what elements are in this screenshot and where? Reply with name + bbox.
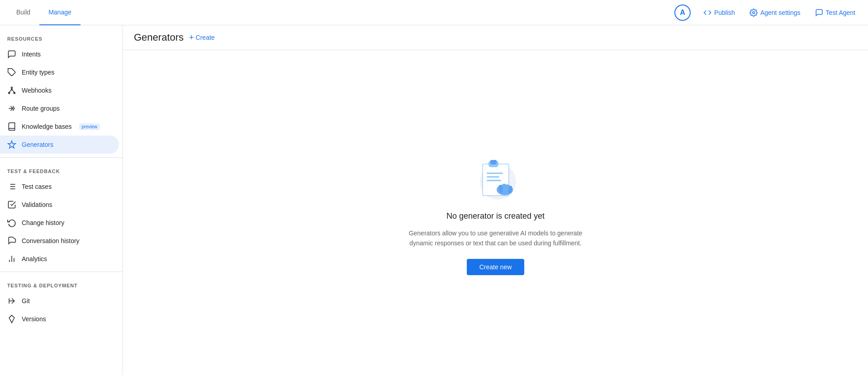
route-groups-label: Route groups: [22, 105, 60, 112]
sidebar-item-entity-types[interactable]: Entity types: [0, 63, 119, 81]
svg-rect-25: [487, 180, 501, 181]
check-square-icon: [7, 200, 16, 209]
preview-badge: preview: [79, 123, 100, 130]
sparkle-icon: [7, 140, 16, 149]
intents-label: Intents: [22, 51, 41, 58]
sidebar-item-analytics[interactable]: Analytics: [0, 250, 119, 268]
nav-right: A Publish Agent settings Test Agent: [674, 5, 861, 21]
publish-icon: [703, 9, 711, 17]
chat-icon: [815, 9, 823, 17]
change-history-label: Change history: [22, 219, 64, 226]
create-link[interactable]: + Create: [189, 33, 215, 42]
sidebar-item-generators[interactable]: Generators: [0, 136, 119, 154]
sidebar-item-conversation-history[interactable]: Conversation history: [0, 232, 119, 250]
list-icon: [7, 182, 16, 191]
divider-2: [0, 272, 123, 272]
agent-settings-button[interactable]: Agent settings: [744, 6, 806, 19]
avatar[interactable]: A: [674, 5, 691, 21]
webhook-icon: [7, 86, 16, 95]
resources-section-label: RESOURCES: [0, 29, 123, 45]
diamond-icon: [7, 314, 16, 323]
validations-label: Validations: [22, 201, 52, 208]
main-layout: RESOURCES Intents Entity types Webhooks …: [0, 25, 868, 375]
git-icon: [7, 296, 16, 305]
test-feedback-label: TEST & FEEDBACK: [0, 161, 123, 178]
sidebar-item-versions[interactable]: Versions: [0, 310, 119, 328]
sidebar-item-test-cases[interactable]: Test cases: [0, 178, 119, 196]
sidebar-item-change-history[interactable]: Change history: [0, 214, 119, 232]
entity-types-label: Entity types: [22, 69, 54, 76]
sidebar: RESOURCES Intents Entity types Webhooks …: [0, 25, 123, 375]
publish-button[interactable]: Publish: [698, 6, 740, 19]
empty-description: Generators allow you to use generative A…: [401, 228, 591, 248]
test-agent-button[interactable]: Test Agent: [810, 6, 861, 19]
svg-rect-24: [487, 176, 499, 178]
svg-point-2: [11, 87, 12, 89]
empty-title: No generator is created yet: [446, 211, 545, 221]
sidebar-item-intents[interactable]: Intents: [0, 45, 119, 63]
publish-label: Publish: [714, 9, 735, 16]
versions-label: Versions: [22, 315, 46, 323]
top-nav: Build Manage A Publish Agent settings Te…: [0, 0, 868, 25]
divider-1: [0, 157, 123, 158]
knowledge-bases-label: Knowledge bases: [22, 123, 72, 130]
sidebar-item-route-groups[interactable]: Route groups: [0, 99, 119, 117]
plus-icon: +: [189, 33, 194, 42]
conversation-icon: [7, 236, 16, 245]
agent-settings-label: Agent settings: [760, 9, 801, 16]
svg-rect-23: [487, 173, 503, 174]
empty-state: No generator is created yet Generators a…: [401, 150, 591, 276]
gear-icon: [749, 9, 758, 17]
analytics-icon: [7, 254, 16, 263]
comment-icon: [7, 50, 16, 59]
git-label: Git: [22, 297, 30, 305]
main-content: No generator is created yet Generators a…: [123, 50, 868, 375]
test-cases-label: Test cases: [22, 183, 52, 190]
analytics-label: Analytics: [22, 255, 47, 262]
sidebar-item-webhooks[interactable]: Webhooks: [0, 81, 119, 99]
route-icon: [7, 104, 16, 113]
conversation-history-label: Conversation history: [22, 237, 80, 244]
nav-tabs: Build Manage: [7, 0, 81, 25]
svg-marker-17: [9, 315, 14, 323]
svg-rect-22: [490, 160, 497, 164]
page-title: Generators: [134, 32, 184, 43]
sidebar-item-knowledge-bases[interactable]: Knowledge bases preview: [0, 117, 119, 136]
tag-icon: [7, 68, 16, 77]
content-wrapper: Generators + Create: [123, 25, 868, 375]
create-label: Create: [196, 34, 215, 41]
book-icon: [7, 122, 16, 131]
create-new-button[interactable]: Create new: [467, 259, 525, 275]
tab-manage[interactable]: Manage: [39, 0, 81, 25]
tab-build[interactable]: Build: [7, 0, 39, 25]
history-icon: [7, 218, 16, 227]
testing-deployment-label: TESTING & DEPLOYMENT: [0, 276, 123, 292]
generators-label: Generators: [22, 141, 53, 148]
sidebar-item-git[interactable]: Git: [0, 292, 119, 310]
test-agent-label: Test Agent: [826, 9, 855, 16]
page-header: Generators + Create: [123, 25, 868, 50]
sidebar-item-validations[interactable]: Validations: [0, 196, 119, 214]
webhooks-label: Webhooks: [22, 87, 52, 94]
empty-state-illustration: [469, 150, 523, 204]
svg-point-0: [753, 11, 755, 14]
